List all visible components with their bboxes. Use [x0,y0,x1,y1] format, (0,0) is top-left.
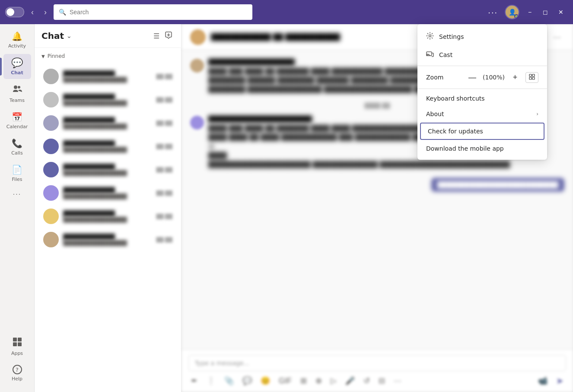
list-item[interactable]: ████████████ ████████████████ ██:██ [36,135,179,158]
more-options-button[interactable]: ··· [484,6,501,19]
gif-button[interactable]: GIF [276,376,294,386]
svg-rect-9 [532,74,535,76]
search-bar[interactable]: 🔍 [54,4,252,20]
theme-toggle[interactable] [5,7,24,17]
reaction-button[interactable]: ↺ [361,375,372,386]
sidebar-item-help[interactable]: ? Help [3,361,31,385]
sidebar-item-files[interactable]: 📄 Files [3,161,31,186]
sidebar-item-teams[interactable]: Teams [3,81,31,107]
msg-avatar [190,116,204,130]
avatar [43,185,59,201]
zoom-decrease-button[interactable]: — [466,71,478,83]
forward-button[interactable]: › [41,6,50,19]
apps-label: Apps [11,351,23,356]
chat-item-content: ████████████ ████████████████ [63,210,152,223]
chat-item-name: ████████████ [63,70,152,77]
search-icon: 🔍 [59,9,66,16]
sidebar-item-activity[interactable]: 🔔 Activity [3,28,31,52]
attach-button[interactable]: 📎 [222,375,236,386]
chat-title-chevron-icon: ⌄ [67,32,72,39]
help-icon: ? [13,365,22,374]
keyboard-shortcuts-menu-item[interactable]: Keyboard shortcuts [417,91,547,106]
avatar [43,209,59,224]
avatar-status [514,14,519,19]
chat-item-content: ████████████ ████████████████ [63,70,152,83]
avatar[interactable]: 👤 [505,5,519,19]
audio-button[interactable]: 🎤 [343,375,357,386]
chat-item-time: ██:██ [156,237,172,243]
message-input-box[interactable]: Type a message... [188,355,566,371]
new-chat-button[interactable] [163,29,174,42]
loop-button[interactable]: ⊕ [313,375,325,386]
list-item[interactable]: ████████████ ████████████████ ██:██ [36,182,179,204]
files-label: Files [12,177,22,182]
chat-header: Chat ⌄ ☰ [35,24,181,48]
zoom-value: (100%) [483,74,505,81]
zoom-increase-button[interactable]: + [509,71,521,83]
chat-item-content: ████████████ ████████████████ [63,164,152,176]
pinned-label[interactable]: ▼ Pinned [35,51,181,61]
mention-button[interactable]: 💬 [240,375,255,386]
list-item[interactable]: ████████████ ████████████████ ██:██ [36,228,179,251]
chat-item-preview: ████████████████ [63,217,152,223]
calendar-icon: 📅 [12,112,22,122]
list-item[interactable]: ████████████ ████████████████ ██:██ [36,205,179,228]
share-button[interactable]: ⊟ [376,375,388,386]
download-mobile-menu-item[interactable]: Download the mobile app [417,141,547,156]
apps-icon [13,337,22,349]
sidebar-item-chat[interactable]: 💬 Chat [3,54,31,79]
settings-label: Settings [439,33,464,40]
sticker-button[interactable]: ⊞ [298,375,309,386]
svg-rect-8 [529,74,532,76]
sidebar-item-calls[interactable]: 📞 Calls [3,135,31,159]
svg-rect-10 [529,77,532,79]
dropdown-overlay: Settings Cast Zoom — (100%) + [417,24,547,160]
calendar-label: Calendar [6,124,28,130]
list-item[interactable]: ████████████ ████████████████ ██:██ [36,112,179,134]
maximize-button[interactable]: ◻ [538,5,552,19]
sidebar-item-apps[interactable]: Apps [3,334,31,360]
chat-title: Chat ⌄ [41,31,72,41]
teams-icon [13,84,22,96]
cast-menu-item[interactable]: Cast [417,46,547,64]
zoom-fit-button[interactable] [525,72,538,83]
sidebar-item-more[interactable]: ··· [3,187,31,201]
more-options-toolbar-button[interactable]: ⋯ [391,375,404,386]
list-item[interactable]: ████████████ ████████████████ ██:██ [36,89,179,111]
settings-menu-item[interactable]: Settings [417,28,547,46]
chat-item-time: ██:██ [156,144,172,149]
sidebar-item-calendar[interactable]: 📅 Calendar [3,108,31,133]
activity-label: Activity [8,43,26,49]
chat-item-preview: ████████████████ [63,193,152,199]
close-button[interactable]: ✕ [554,5,568,19]
list-item[interactable]: ████████████ ████████████████ ██:██ [36,158,179,181]
more-button[interactable]: ⋯ [550,31,564,44]
chat-item-time: ██:██ [156,97,172,103]
files-icon: 📄 [12,164,22,175]
important-button[interactable]: ❕ [204,375,218,386]
emoji-button[interactable]: 😊 [258,375,273,386]
check-updates-menu-item[interactable]: Check for updates [420,123,544,140]
filter-button[interactable]: ☰ [152,29,161,42]
svg-rect-3 [18,338,22,341]
help-label: Help [12,376,22,382]
nav-bottom: Apps ? Help [3,334,31,389]
minimize-button[interactable]: − [523,5,537,19]
send-button[interactable]: ➤ [554,375,566,387]
avatar [43,162,59,177]
back-button[interactable]: ‹ [28,6,37,19]
chat-item-time: ██:██ [156,74,172,79]
video-record-button[interactable]: 📹 [535,375,550,386]
chat-item-content: ████████████ ████████████████ [63,234,152,246]
list-item[interactable]: ████████████ ████████████████ ██:██ [36,65,179,88]
chat-item-preview: ████████████████ [63,100,152,106]
format-button[interactable]: ✒ [188,375,200,386]
chat-item-preview: ████████████████ [63,147,152,153]
schedule-button[interactable]: ▷ [328,375,339,386]
avatar [43,69,59,84]
content-avatar [190,29,206,45]
chat-item-time: ██:██ [156,214,172,219]
about-menu-item[interactable]: About › [417,106,547,122]
search-input[interactable] [70,9,247,16]
message-input-area: Type a message... ✒ ❕ 📎 💬 😊 GIF ⊞ ⊕ ▷ 🎤 … [181,349,573,392]
